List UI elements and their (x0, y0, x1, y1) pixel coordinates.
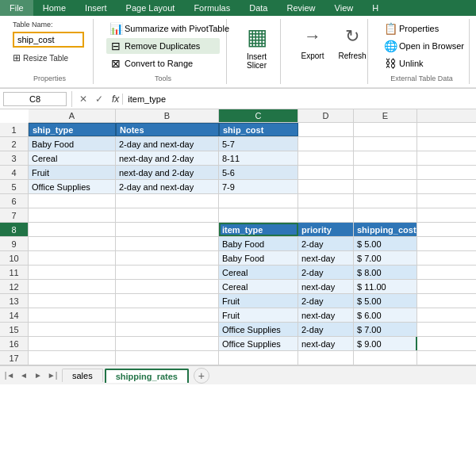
cell-e1[interactable] (354, 123, 417, 136)
cell-d6[interactable] (298, 194, 354, 208)
row-num-5[interactable]: 5 (0, 180, 28, 194)
col-header-e[interactable]: E (354, 109, 417, 122)
row-num-15[interactable]: 15 (0, 323, 28, 337)
cell-b16[interactable] (116, 337, 219, 350)
cell-c2[interactable]: 5-7 (219, 137, 298, 151)
cell-d12[interactable]: next-day (298, 280, 354, 293)
col-header-d[interactable]: D (298, 109, 354, 122)
export-button[interactable]: → Export (294, 21, 332, 71)
cell-c11[interactable]: Cereal (219, 266, 298, 279)
sheet-first-btn[interactable]: |◄ (3, 369, 16, 382)
cell-b5[interactable]: 2-day and next-day (116, 180, 219, 193)
cell-c3[interactable]: 8-11 (219, 151, 298, 165)
unlink-button[interactable]: ⛓ Unlink (381, 55, 463, 71)
cell-e16[interactable]: $ 9.00 (354, 337, 417, 350)
cell-e15[interactable]: $ 7.00 (354, 323, 417, 336)
cell-a5[interactable]: Office Supplies (29, 180, 116, 193)
cell-c4[interactable]: 5-6 (219, 166, 298, 179)
cell-a4[interactable]: Fruit (29, 166, 116, 179)
tab-h[interactable]: H (363, 0, 388, 16)
row-num-12[interactable]: 12 (0, 280, 28, 294)
cell-e3[interactable] (354, 151, 417, 165)
cell-c16[interactable]: Office Supplies (219, 337, 298, 350)
cell-a17[interactable] (29, 351, 116, 365)
cell-c1[interactable]: ship_cost (219, 123, 298, 136)
cell-a10[interactable] (29, 251, 116, 265)
cell-d7[interactable] (298, 208, 354, 222)
sheet-last-btn[interactable]: ►| (46, 369, 59, 382)
cell-b6[interactable] (116, 194, 219, 208)
cell-d1[interactable] (298, 123, 354, 136)
cell-c9[interactable]: Baby Food (219, 237, 298, 250)
convert-to-range-button[interactable]: ⊠ Convert to Range (106, 55, 220, 71)
cell-c13[interactable]: Fruit (219, 294, 298, 308)
properties-button[interactable]: 📋 Properties (381, 21, 463, 36)
cell-d17[interactable] (298, 351, 354, 365)
cell-d13[interactable]: 2-day (298, 294, 354, 308)
cell-b10[interactable] (116, 251, 219, 265)
cell-d9[interactable]: 2-day (298, 237, 354, 250)
cell-c7[interactable] (219, 208, 298, 222)
refresh-button[interactable]: ↻ Refresh (333, 21, 371, 71)
resize-table-button[interactable]: ⊞ Resize Table (13, 52, 86, 63)
cell-b8[interactable] (116, 223, 219, 236)
cell-d2[interactable] (298, 137, 354, 151)
cell-a11[interactable] (29, 266, 116, 279)
cell-a9[interactable] (29, 237, 116, 250)
name-box[interactable] (3, 92, 67, 106)
cell-b7[interactable] (116, 208, 219, 222)
cell-a13[interactable] (29, 294, 116, 308)
open-browser-button[interactable]: 🌐 Open in Browser (381, 38, 463, 54)
row-num-7[interactable]: 7 (0, 208, 28, 223)
cell-e5[interactable] (354, 180, 417, 193)
tab-home[interactable]: Home (33, 0, 75, 16)
insert-slicer-button[interactable]: ▦ InsertSlicer (238, 21, 276, 82)
cell-c12[interactable]: Cereal (219, 280, 298, 293)
cell-e9[interactable]: $ 5.00 (354, 237, 417, 250)
cell-a6[interactable] (29, 194, 116, 208)
formula-bar-input[interactable] (123, 93, 476, 105)
cell-a3[interactable]: Cereal (29, 151, 116, 165)
row-num-11[interactable]: 11 (0, 266, 28, 280)
cell-a8[interactable] (29, 223, 116, 236)
confirm-formula-icon[interactable]: ✓ (93, 94, 106, 105)
cell-e7[interactable] (354, 208, 417, 222)
tab-data[interactable]: Data (240, 0, 277, 16)
tab-formulas[interactable]: Formulas (184, 0, 240, 16)
row-num-16[interactable]: 16 (0, 337, 28, 351)
cell-a15[interactable] (29, 323, 116, 336)
cell-e13[interactable]: $ 5.00 (354, 294, 417, 308)
cell-e14[interactable]: $ 6.00 (354, 308, 417, 322)
cell-b13[interactable] (116, 294, 219, 308)
cell-a12[interactable] (29, 280, 116, 293)
row-num-10[interactable]: 10 (0, 251, 28, 266)
cell-a16[interactable] (29, 337, 116, 350)
cell-b3[interactable]: next-day and 2-day (116, 151, 219, 165)
cell-c14[interactable]: Fruit (219, 308, 298, 322)
col-header-c[interactable]: C (219, 109, 298, 122)
cell-e11[interactable]: $ 8.00 (354, 266, 417, 279)
col-header-b[interactable]: B (116, 109, 219, 122)
tab-page-layout[interactable]: Page Layout (117, 0, 185, 16)
cell-d15[interactable]: 2-day (298, 323, 354, 336)
cell-d4[interactable] (298, 166, 354, 179)
cell-a7[interactable] (29, 208, 116, 222)
tab-file[interactable]: File (0, 0, 33, 16)
cell-e6[interactable] (354, 194, 417, 208)
cell-d8[interactable]: priority (298, 223, 354, 236)
cell-b14[interactable] (116, 308, 219, 322)
row-num-13[interactable]: 13 (0, 294, 28, 308)
tab-view[interactable]: View (325, 0, 363, 16)
cell-e17[interactable] (354, 351, 417, 365)
tab-insert[interactable]: Insert (75, 0, 117, 16)
cell-b4[interactable]: next-day and 2-day (116, 166, 219, 179)
cell-a2[interactable]: Baby Food (29, 137, 116, 151)
row-num-9[interactable]: 9 (0, 237, 28, 251)
cell-c17[interactable] (219, 351, 298, 365)
cell-c5[interactable]: 7-9 (219, 180, 298, 193)
cell-c15[interactable]: Office Supplies (219, 323, 298, 336)
sheet-prev-btn[interactable]: ◄ (17, 369, 30, 382)
cell-e12[interactable]: $ 11.00 (354, 280, 417, 293)
remove-duplicates-button[interactable]: ⊟ Remove Duplicates (106, 38, 220, 54)
row-num-6[interactable]: 6 (0, 194, 28, 208)
